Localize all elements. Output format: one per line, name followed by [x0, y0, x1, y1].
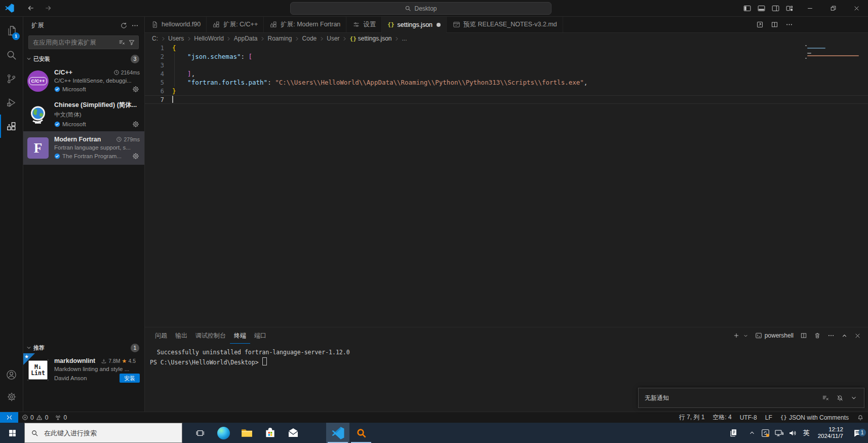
- manage-extension-gear-icon[interactable]: [132, 152, 140, 160]
- breadcrumb-file[interactable]: settings.json: [358, 35, 392, 42]
- tab-扩展: C/C++[interactable]: 扩展: C/C++: [207, 16, 264, 32]
- clear-all-notifications-icon[interactable]: [820, 393, 831, 403]
- microsoft-store-icon[interactable]: [258, 423, 282, 443]
- tab-helloworld.f90[interactable]: helloworld.f90: [145, 16, 207, 32]
- remote-indicator[interactable]: [0, 412, 18, 423]
- file-explorer-icon[interactable]: [235, 423, 258, 443]
- install-button[interactable]: 安装: [120, 374, 140, 383]
- manage-extension-gear-icon[interactable]: [132, 120, 140, 128]
- clock[interactable]: 12:12 2024/11/7: [815, 426, 846, 439]
- problems-status[interactable]: 0 0: [18, 412, 51, 423]
- terminal-instance[interactable]: powershell: [755, 332, 794, 339]
- split-terminal-icon[interactable]: [800, 332, 807, 339]
- ports-status[interactable]: 0: [51, 412, 70, 423]
- ime-indicator[interactable]: 英: [802, 428, 811, 437]
- close-panel-icon[interactable]: [854, 333, 861, 339]
- eol-sequence[interactable]: LF: [761, 412, 776, 423]
- cursor-position[interactable]: 行 7, 列 1: [675, 412, 709, 423]
- panel-tab-问题[interactable]: 问题: [151, 328, 171, 344]
- tab-settings.json[interactable]: {}settings.json: [382, 16, 447, 33]
- installed-section-header[interactable]: 已安装 3: [23, 53, 144, 64]
- edge-icon[interactable]: [212, 423, 235, 443]
- indentation[interactable]: 空格: 4: [708, 412, 735, 423]
- activity-accounts[interactable]: [0, 363, 23, 386]
- panel-tab-输出[interactable]: 输出: [171, 328, 191, 344]
- more-actions-icon[interactable]: [129, 20, 140, 31]
- sync-status-icon[interactable]: [761, 428, 771, 438]
- editor-scrollbar[interactable]: [861, 44, 868, 327]
- mail-icon[interactable]: [282, 423, 305, 443]
- activity-manage[interactable]: [0, 385, 23, 409]
- toggle-sidebar-icon[interactable]: [743, 4, 752, 13]
- breadcrumb-item[interactable]: Users: [168, 35, 184, 42]
- code-line[interactable]: 6}: [145, 87, 868, 95]
- breadcrumb-item[interactable]: Code: [302, 35, 317, 42]
- taskbar-search-box[interactable]: [24, 423, 182, 443]
- extension-item[interactable]: Chinese (Simplified) (简体...中文(简体)Microso…: [23, 98, 144, 131]
- breadcrumb-symbol[interactable]: ...: [402, 35, 407, 42]
- hidden-icons-chevron-icon[interactable]: [747, 428, 757, 438]
- activity-extensions[interactable]: [0, 115, 23, 138]
- documents-tray-icon[interactable]: [728, 428, 738, 438]
- panel-tab-终端[interactable]: 终端: [230, 328, 250, 344]
- code-line[interactable]: 1{: [145, 44, 868, 52]
- manage-extension-gear-icon[interactable]: [132, 85, 140, 93]
- maximize-panel-icon[interactable]: [841, 333, 848, 339]
- network-icon[interactable]: [774, 428, 784, 438]
- task-view-button[interactable]: [188, 423, 212, 443]
- breadcrumb-item[interactable]: HelloWorld: [194, 35, 223, 42]
- tab-设置[interactable]: 设置: [346, 16, 382, 32]
- refresh-icon[interactable]: [118, 20, 129, 31]
- breadcrumb[interactable]: C:UsersHelloWorldAppDataRoamingCodeUser{…: [145, 33, 868, 44]
- minimap[interactable]: [805, 45, 861, 76]
- minimize-icon[interactable]: [798, 0, 821, 16]
- extension-item[interactable]: ★M↓Lintmarkdownlint7.8M★4.5Markdown lint…: [23, 353, 144, 387]
- back-arrow-icon[interactable]: [27, 4, 35, 12]
- activity-search[interactable]: [0, 43, 23, 66]
- everything-search-icon[interactable]: [349, 423, 373, 443]
- extension-item[interactable]: FModern Fortran279msFortran language sup…: [23, 131, 144, 165]
- do-not-disturb-icon[interactable]: [835, 393, 845, 403]
- extensions-search-input[interactable]: [32, 39, 117, 47]
- hide-notifications-chevron-icon[interactable]: [849, 393, 859, 403]
- encoding[interactable]: UTF-8: [736, 412, 761, 423]
- code-line[interactable]: 3: [145, 61, 868, 69]
- tab-扩展: Modern Fortran[interactable]: 扩展: Modern Fortran: [264, 16, 346, 32]
- clear-filter-icon[interactable]: [117, 38, 127, 47]
- extension-item[interactable]: C/C++C/C++2164msC/C++ IntelliSense, debu…: [23, 64, 144, 98]
- code-line[interactable]: 4 ],: [145, 69, 868, 78]
- tab-预览 RELEASE_NOTES-v3.2.md[interactable]: 预览 RELEASE_NOTES-v3.2.md: [447, 16, 563, 32]
- start-button[interactable]: [0, 423, 24, 443]
- panel-tab-端口[interactable]: 端口: [250, 328, 270, 344]
- kill-terminal-icon[interactable]: [814, 332, 821, 339]
- filter-icon[interactable]: [127, 38, 136, 47]
- breadcrumb-item[interactable]: User: [327, 35, 339, 42]
- code-line[interactable]: 7: [145, 95, 868, 104]
- panel-tab-调试控制台[interactable]: 调试控制台: [191, 328, 230, 344]
- customize-layout-icon[interactable]: [785, 4, 794, 13]
- notification-center[interactable]: 无新通知: [638, 388, 864, 408]
- restore-icon[interactable]: [821, 0, 845, 16]
- launch-profile-chevron-icon[interactable]: [743, 333, 748, 339]
- split-editor-icon[interactable]: [771, 21, 778, 28]
- activity-explorer[interactable]: 1: [0, 19, 23, 43]
- activity-run-and-debug[interactable]: [0, 91, 23, 114]
- extensions-search-box[interactable]: [28, 35, 139, 49]
- terminal-output[interactable]: Successfully uninstalled fortran-languag…: [145, 344, 868, 366]
- vscode-taskbar-icon[interactable]: [326, 423, 349, 443]
- forward-arrow-icon[interactable]: [44, 4, 52, 12]
- code-line[interactable]: 2 "json.schemas": [: [145, 52, 868, 61]
- toggle-secondary-sidebar-icon[interactable]: [771, 4, 780, 13]
- code-line[interactable]: 5 "fortran.fortls.path": "C:\\Users\\Hel…: [145, 78, 868, 87]
- activity-source-control[interactable]: [0, 67, 23, 90]
- recommended-section-header[interactable]: 推荐 1: [23, 342, 144, 353]
- language-mode[interactable]: {} JSON with Comments: [776, 412, 853, 423]
- toggle-panel-icon[interactable]: [757, 4, 766, 13]
- breadcrumb-item[interactable]: C:: [152, 35, 158, 42]
- open-changes-icon[interactable]: [756, 21, 764, 28]
- taskbar-search-input[interactable]: [43, 429, 162, 437]
- command-center-search[interactable]: Desktop: [290, 2, 551, 15]
- more-actions-icon[interactable]: [827, 332, 835, 339]
- breadcrumb-item[interactable]: AppData: [234, 35, 258, 42]
- more-actions-icon[interactable]: [785, 21, 793, 28]
